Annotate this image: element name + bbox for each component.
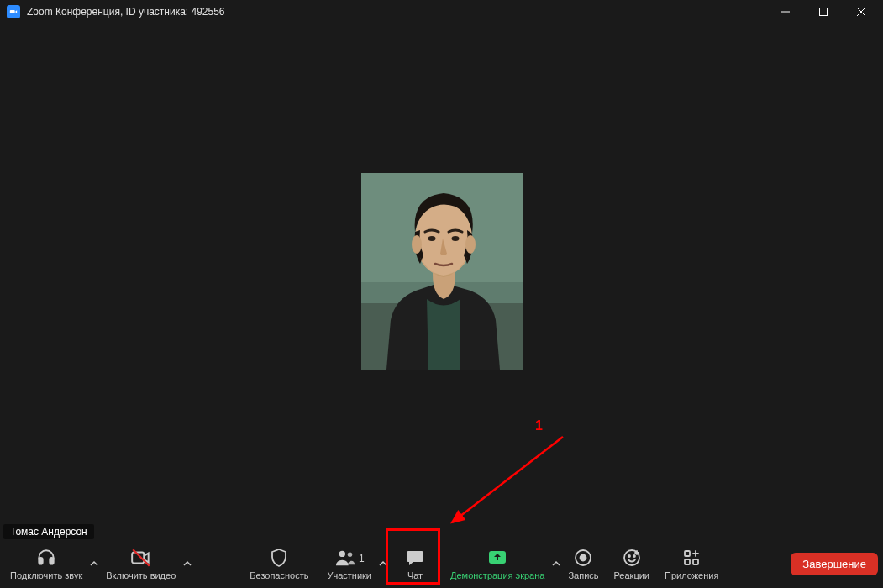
participants-caret[interactable] <box>376 542 390 585</box>
video-area <box>0 24 883 539</box>
audio-button[interactable]: Подключить звук <box>5 542 87 585</box>
svg-point-14 <box>428 236 435 241</box>
end-meeting-button[interactable]: Завершение <box>791 553 878 575</box>
svg-point-12 <box>412 235 422 254</box>
svg-point-15 <box>451 236 459 241</box>
security-button[interactable]: Безопасность <box>244 542 313 585</box>
audio-caret[interactable] <box>87 542 101 585</box>
svg-point-22 <box>581 555 586 561</box>
participants-label: Участники <box>327 570 371 580</box>
reactions-button[interactable]: Реакции <box>609 542 655 585</box>
share-screen-button[interactable]: Демонстрация экрана <box>445 542 549 585</box>
svg-rect-28 <box>685 551 690 556</box>
svg-rect-30 <box>693 559 698 564</box>
video-label: Включить видео <box>106 570 176 580</box>
svg-point-25 <box>633 555 635 557</box>
participants-button[interactable]: 1 Участники <box>322 542 376 585</box>
zoom-app-icon <box>7 5 20 18</box>
svg-rect-1 <box>819 8 827 16</box>
audio-label: Подключить звук <box>10 570 82 580</box>
record-label: Запись <box>568 570 598 580</box>
svg-point-24 <box>628 555 630 557</box>
participant-avatar-tile[interactable] <box>361 173 523 370</box>
share-caret[interactable] <box>549 542 563 585</box>
end-label: Завершение <box>802 558 866 570</box>
svg-point-19 <box>348 553 353 558</box>
share-label: Демонстрация экрана <box>450 570 544 580</box>
record-icon <box>573 547 593 569</box>
video-off-icon <box>130 547 152 569</box>
video-caret[interactable] <box>181 542 194 585</box>
apps-label: Приложения <box>665 570 718 580</box>
chat-icon <box>405 547 425 569</box>
close-button[interactable] <box>842 0 880 24</box>
minimize-button[interactable] <box>766 0 804 24</box>
video-button[interactable]: Включить видео <box>101 542 181 585</box>
shield-icon <box>269 547 289 569</box>
window-titlebar: Zoom Конференция, ID участника: 492556 <box>0 0 883 24</box>
apps-button[interactable]: Приложения <box>660 542 723 585</box>
participants-icon: 1 <box>334 547 365 569</box>
share-screen-icon <box>486 547 508 569</box>
chat-button[interactable]: Чат <box>390 542 440 585</box>
reactions-label: Реакции <box>614 570 650 580</box>
participant-name-label: Томас Андерсон <box>3 524 94 539</box>
record-button[interactable]: Запись <box>563 542 603 585</box>
headphones-icon <box>35 547 57 569</box>
window-title: Zoom Конференция, ID участника: 492556 <box>27 6 766 18</box>
svg-point-18 <box>339 551 345 557</box>
security-label: Безопасность <box>250 570 308 580</box>
window-controls <box>766 0 880 24</box>
maximize-button[interactable] <box>804 0 842 24</box>
participants-count: 1 <box>359 553 365 564</box>
apps-icon <box>681 547 702 569</box>
reactions-icon <box>622 547 642 569</box>
avatar-image <box>361 173 523 370</box>
svg-point-13 <box>465 235 476 254</box>
meeting-toolbar: Подключить звук Включить видео <box>0 539 883 588</box>
svg-rect-29 <box>685 559 690 564</box>
chat-label: Чат <box>407 570 423 580</box>
